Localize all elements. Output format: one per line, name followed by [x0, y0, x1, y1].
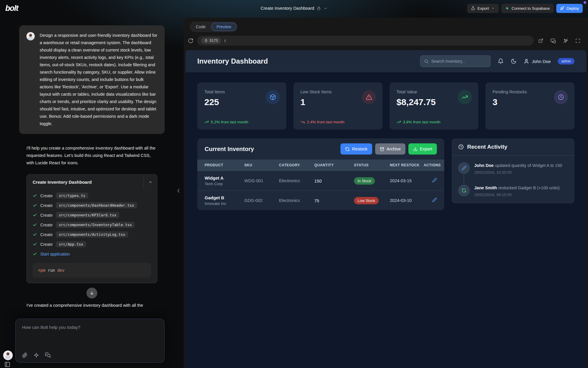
account-avatar[interactable] — [3, 350, 13, 360]
kpi-trend-text: 5.2% from last month — [211, 120, 248, 124]
code-preview-toggle: Code Preview — [190, 21, 238, 32]
port-badge[interactable]: 5173 — [201, 37, 221, 44]
edit-row-button[interactable] — [432, 198, 437, 202]
deploy-button-label: Deploy — [567, 6, 579, 11]
clock-icon — [458, 144, 464, 150]
inventory-search[interactable] — [420, 55, 491, 67]
project-title-group[interactable]: Create Inventory Dashboard — [260, 0, 327, 16]
kpi-card-low-stock: Low Stock Items 1 2.4% from last month — [293, 82, 382, 130]
column-category: Category — [279, 160, 314, 171]
chat-mode-icon[interactable] — [45, 352, 51, 358]
archive-button-label: Archive — [387, 147, 401, 151]
sidebar-toggle-icon[interactable] — [4, 362, 10, 367]
export-data-button-label: Export — [420, 147, 432, 151]
step-file-chip[interactable]: src/components/ActivityLog.tsx — [56, 231, 128, 238]
edit-row-button[interactable] — [432, 178, 437, 183]
bulk-action-buttons: Restock Archive Export — [340, 143, 437, 155]
artifact-step: Create src/components/DashboardHeader.ts… — [33, 200, 151, 210]
upload-icon — [471, 6, 475, 10]
bell-icon[interactable] — [498, 58, 504, 64]
tab-code[interactable]: Code — [191, 23, 211, 31]
artifact-step: Create src/components/ActivityLog.tsx — [33, 230, 151, 239]
dashboard-title: Inventory Dashboard — [197, 57, 268, 65]
product-name: Gadget B — [205, 195, 242, 200]
artifact-step-start: Start application — [33, 249, 151, 259]
url-input[interactable]: 5173 / — [197, 36, 534, 46]
inventory-search-input[interactable] — [431, 59, 487, 64]
kpi-trend-text: 3.8% from last month — [403, 120, 441, 124]
bolt-logo[interactable]: bolt — [5, 4, 18, 13]
archive-button[interactable]: Archive — [375, 143, 405, 155]
column-next-restock: Next Restock — [390, 160, 424, 171]
product-category: Electronics — [279, 171, 314, 191]
start-application-link[interactable]: Start application — [40, 252, 70, 256]
assistant-outro-text: I've created a comprehensive inventory d… — [26, 302, 157, 309]
connect-supabase-label: Connect to Supabase — [512, 6, 550, 11]
step-file-chip[interactable]: src/components/InventoryTable.tsx — [56, 222, 135, 228]
product-quantity[interactable]: 75 — [314, 191, 354, 210]
inspector-cursor-icon[interactable] — [563, 38, 568, 43]
export-data-button[interactable]: Export — [408, 143, 437, 155]
attach-link-icon[interactable] — [22, 352, 28, 358]
user-message: Design a responsive and user-friendly in… — [19, 25, 165, 134]
collapse-chat-chevron[interactable] — [175, 188, 182, 194]
connect-supabase-button[interactable]: Connect to Supabase — [501, 4, 554, 13]
scroll-to-bottom-button[interactable] — [86, 288, 97, 299]
restock-button[interactable]: Restock — [340, 143, 372, 155]
check-icon — [33, 193, 37, 198]
step-file-chip[interactable]: src/components/DashboardHeader.tsx — [56, 202, 137, 208]
chevron-down-icon[interactable] — [324, 6, 328, 10]
app-preview: Inventory Dashboard John Doe admin — [186, 50, 586, 368]
deploy-button[interactable]: Deploy — [556, 4, 583, 13]
preview-panel: Code Preview 5173 / Inventory Das — [184, 18, 588, 368]
chat-input-placeholder: How can Bolt help you today? — [22, 325, 158, 330]
step-action: Create — [40, 193, 53, 198]
moon-dark-mode-icon[interactable] — [511, 58, 517, 64]
preview-url-bar: 5173 / — [188, 36, 583, 46]
product-quantity[interactable]: 150 — [314, 171, 354, 191]
lock-icon — [317, 6, 321, 10]
step-action: Create — [40, 242, 53, 247]
notification-dot — [584, 1, 586, 4]
next-restock-date: 2024-03-10 — [390, 191, 424, 210]
product-supplier: Tech Corp — [205, 182, 242, 186]
enhance-sparkles-icon[interactable] — [34, 352, 39, 358]
chat-input-box[interactable]: How can Bolt help you today? — [15, 319, 165, 363]
alert-triangle-icon — [362, 90, 376, 104]
activity-item: Jane Smith restocked Gadget B (+100 unit… — [458, 185, 568, 197]
command-dev: dev — [57, 268, 64, 273]
export-button[interactable]: Export — [467, 4, 499, 13]
pencil-icon — [432, 178, 437, 183]
user-name: John Doe — [532, 59, 551, 64]
table-row[interactable]: Gadget BInnovate Inc GDG-002 Electronics… — [197, 191, 444, 210]
recent-activity-panel: Recent Activity John Doe updated quantit… — [452, 138, 574, 203]
step-file-chip[interactable]: src/App.tsx — [56, 241, 86, 247]
artifact-step: Create src/types.ts — [33, 191, 151, 200]
user-menu[interactable]: John Doe — [524, 59, 551, 64]
tab-preview[interactable]: Preview — [211, 23, 236, 31]
artifact-header: Create Inventory Dashboard — [27, 175, 157, 190]
arrow-down-icon — [89, 291, 94, 296]
artifact-step: Create src/components/InventoryTable.tsx — [33, 220, 151, 230]
step-file-chip[interactable]: src/components/KPICard.tsx — [56, 212, 119, 218]
reload-icon[interactable] — [188, 38, 193, 44]
inventory-title: Current Inventory — [205, 146, 254, 152]
role-badge: admin — [558, 58, 574, 64]
kpi-card-pending-restocks: Pending Restocks 3 — [485, 82, 574, 130]
step-file-chip[interactable]: src/types.ts — [56, 193, 88, 199]
assistant-message: I'll help you create a comprehensive inv… — [26, 145, 157, 309]
device-preview-icon[interactable] — [550, 38, 556, 44]
artifact-title: Create Inventory Dashboard — [27, 175, 143, 190]
table-row[interactable]: Widget ATech Corp WDG-001 Electronics 15… — [197, 171, 444, 191]
open-external-icon[interactable] — [538, 38, 543, 43]
column-status: Status — [354, 160, 390, 171]
fullscreen-icon[interactable] — [575, 38, 580, 43]
column-quantity: Quantity — [314, 160, 354, 171]
artifact-collapse-button[interactable] — [143, 175, 157, 190]
kpi-trend: 3.8% from last month — [397, 120, 441, 124]
activity-action: restocked Gadget B (+100 units) — [498, 185, 559, 190]
bolt-workspace: bolt Create Inventory Dashboard Export C… — [0, 0, 588, 368]
artifact-steps: Create src/types.ts Create src/component… — [27, 190, 157, 283]
kpi-trend: 5.2% from last month — [204, 120, 248, 124]
chat-input-toolbar — [22, 352, 51, 358]
